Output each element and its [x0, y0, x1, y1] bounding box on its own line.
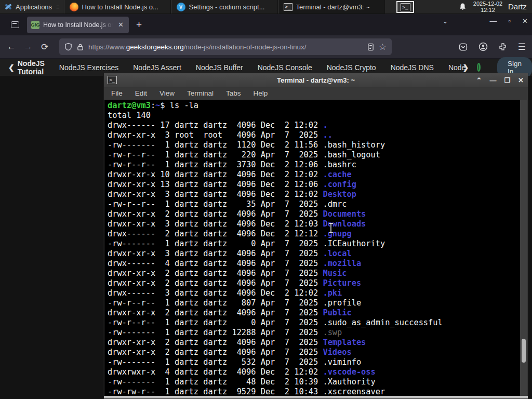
- taskbar-window-firefox[interactable]: How to Install Node.js o...: [64, 0, 171, 14]
- terminal-line: drwxr-xr-x 2 dartz dartz 4096 Apr 7 2025…: [108, 209, 520, 219]
- subnav-link[interactable]: NodeJS Assert: [133, 63, 181, 72]
- terminal-line: drwx------ 17 dartz dartz 4096 Dec 2 12:…: [108, 121, 520, 130]
- terminal-line: drwxr-xr-x 3 dartz dartz 4096 Dec 2 12:0…: [108, 190, 520, 200]
- forward-icon[interactable]: →: [20, 42, 36, 52]
- menu-help[interactable]: Help: [247, 89, 274, 97]
- terminal-line: drwxr-xr-x 2 dartz dartz 4096 Apr 7 2025…: [108, 278, 520, 288]
- rollup-icon[interactable]: ⌃: [476, 76, 482, 84]
- terminal-line: -rw------- 1 dartz dartz 0 Apr 7 2025 .I…: [108, 239, 520, 249]
- menu-icon[interactable]: ☰: [518, 42, 526, 52]
- terminal-line: -rw-r--r-- 1 dartz dartz 807 Apr 7 2025 …: [108, 298, 520, 308]
- terminal-line: drwxr-xr-x 13 dartz dartz 4096 Dec 2 12:…: [108, 180, 520, 190]
- desktop-panel: Applications ≡ How to Install Node.js o.…: [0, 0, 532, 14]
- terminal-icon: >_: [284, 3, 292, 11]
- terminal-line: drwx------ 3 dartz dartz 4096 Dec 2 12:0…: [108, 288, 520, 298]
- tab-title: How to Install Node.js on: [43, 21, 113, 29]
- scrollbar-thumb[interactable]: [522, 339, 526, 363]
- tab-close-icon[interactable]: ✕: [117, 21, 125, 29]
- terminal-output[interactable]: dartz@vm3:~$ ls -latotal 140drwx------ 1…: [104, 100, 520, 396]
- menu-terminal[interactable]: Terminal: [181, 89, 220, 97]
- terminal-line: drwxr-xr-x 2 dartz dartz 4096 Apr 7 2025…: [108, 348, 520, 357]
- terminal-line: drwx------ 4 dartz dartz 4096 Apr 7 2025…: [108, 259, 520, 269]
- browser-tab[interactable]: GfG How to Install Node.js on ✕: [27, 17, 129, 33]
- applications-label: Applications: [16, 3, 52, 11]
- terminal-line: drwxr-xr-x 2 dartz dartz 4096 Apr 7 2025…: [108, 308, 520, 318]
- extensions-icon[interactable]: [499, 43, 507, 51]
- terminal-line: total 140: [108, 111, 520, 121]
- browser-toolbar: ← → ⟳ https://www.geeksforgeeks.org/node…: [0, 35, 532, 59]
- menu-view[interactable]: View: [153, 89, 181, 97]
- back-icon[interactable]: ←: [3, 42, 20, 52]
- list-tabs-chevron-icon[interactable]: ⌄: [443, 17, 448, 25]
- reload-icon[interactable]: ⟳: [36, 42, 53, 52]
- terminal-line: drwxr-xr-x 2 dartz dartz 4096 Apr 7 2025…: [108, 338, 520, 348]
- url-text: https://www.geeksforgeeks.org/node-js/in…: [88, 43, 363, 51]
- taskbar-window-terminal[interactable]: >_ Terminal - dartz@vm3: ~: [278, 0, 385, 14]
- lock-icon[interactable]: [77, 43, 84, 51]
- menu-file[interactable]: File: [104, 89, 129, 97]
- geeksforgeeks-favicon: GfG: [31, 21, 39, 29]
- terminal-line: -rw-r--r-- 1 dartz dartz 3730 Dec 2 12:0…: [108, 160, 520, 170]
- terminal-line: -rw-r--r-- 1 dartz dartz 220 Apr 7 2025 …: [108, 150, 520, 160]
- terminal-line: drwx------ 2 dartz dartz 4096 Dec 2 12:1…: [108, 229, 520, 239]
- applications-menu-button[interactable]: Applications ≡: [0, 0, 64, 14]
- terminal-menubar: File Edit View Terminal Tabs Help: [104, 87, 528, 99]
- terminal-line: -rw------- 1 dartz dartz 1120 Dec 2 11:5…: [108, 140, 520, 150]
- terminal-line: -rw-r--r-- 1 dartz dartz 0 Apr 7 2025 .s…: [108, 318, 520, 328]
- firefox-view-icon[interactable]: [7, 17, 23, 33]
- menu-edit[interactable]: Edit: [129, 89, 153, 97]
- terminal-line: drwxr-xr-x 2 dartz dartz 4096 Apr 7 2025…: [108, 269, 520, 278]
- vscodium-icon: V: [177, 3, 185, 11]
- terminal-title: Terminal - dartz@vm3: ~: [104, 76, 528, 84]
- terminal-line: -rw-rw-r-- 1 dartz dartz 9529 Dec 2 10:4…: [108, 387, 520, 396]
- applications-icon: [4, 3, 12, 11]
- subnav-back-link[interactable]: NodeJS Tutorial: [18, 59, 45, 76]
- panel-user-name[interactable]: Dartz: [508, 2, 527, 11]
- chevron-left-icon[interactable]: ❮: [8, 63, 15, 72]
- terminal-line: drwxr-xr-x 3 root root 4096 Apr 7 2025 .…: [108, 130, 520, 140]
- tray-terminal-icon[interactable]: >_: [396, 1, 414, 13]
- subnav-link[interactable]: NodeJS Crypto: [327, 63, 376, 72]
- search-icon[interactable]: [477, 63, 481, 72]
- terminal-line: -rw-r--r-- 1 dartz dartz 35 Apr 7 2025 .…: [108, 200, 520, 209]
- terminal-bottom-edge: [104, 396, 528, 398]
- terminal-line: drwxr-xr-x 3 dartz dartz 4096 Apr 7 2025…: [108, 249, 520, 259]
- terminal-line: -rw------- 1 dartz dartz 532 Apr 7 2025 …: [108, 357, 520, 367]
- panel-clock[interactable]: 2025-12-02 12:12: [472, 1, 504, 13]
- reader-mode-icon[interactable]: [367, 43, 374, 51]
- menu-lines-icon: ≡: [56, 4, 59, 10]
- terminal-line: drwxr-xr-x 10 dartz dartz 4096 Dec 2 12:…: [108, 170, 520, 180]
- bookmark-star-icon[interactable]: ☆: [379, 42, 387, 52]
- pocket-icon[interactable]: [459, 43, 468, 51]
- subnav-link[interactable]: NodeJS Buffer: [196, 63, 243, 72]
- firefox-icon: [70, 3, 78, 11]
- url-bar[interactable]: https://www.geeksforgeeks.org/node-js/in…: [59, 38, 392, 55]
- window-maximize-button[interactable]: ▫: [508, 17, 511, 25]
- terminal-line: dartz@vm3:~$ ls -la: [108, 101, 520, 111]
- terminal-line: drwxrwxr-x 4 dartz dartz 4096 Dec 2 12:0…: [108, 367, 520, 377]
- terminal-titlebar[interactable]: >_ Terminal - dartz@vm3: ~ ⌃ — ❒ ✕: [104, 73, 528, 87]
- notification-bell-icon[interactable]: [458, 3, 467, 11]
- chevron-right-icon[interactable]: ❯: [462, 63, 469, 72]
- terminal-window: >_ Terminal - dartz@vm3: ~ ⌃ — ❒ ✕ File …: [103, 73, 528, 399]
- maximize-icon[interactable]: ❒: [504, 76, 510, 84]
- menu-tabs[interactable]: Tabs: [220, 89, 247, 97]
- terminal-line: -rw------- 1 dartz dartz 12288 Apr 7 202…: [108, 328, 520, 338]
- close-icon[interactable]: ✕: [518, 76, 524, 84]
- account-icon[interactable]: [478, 42, 488, 51]
- taskbar-window-vscodium[interactable]: V Settings - codium script...: [171, 0, 278, 14]
- minimize-icon[interactable]: —: [489, 76, 496, 84]
- window-close-button[interactable]: ✕: [522, 17, 528, 25]
- terminal-line: drwxr-xr-x 3 dartz dartz 4096 Dec 2 12:0…: [108, 219, 520, 229]
- subnav-link[interactable]: NodeJS Exercises: [59, 63, 118, 72]
- new-tab-button[interactable]: +: [136, 19, 142, 31]
- subnav-link[interactable]: NodeJS Console: [258, 63, 312, 72]
- shield-icon[interactable]: [64, 43, 72, 51]
- window-minimize-button[interactable]: —: [489, 17, 497, 25]
- terminal-line: -rw------- 1 dartz dartz 48 Dec 2 10:39 …: [108, 377, 520, 387]
- subnav-link[interactable]: NodeJS DNS: [391, 63, 434, 72]
- terminal-scrollbar[interactable]: [520, 100, 527, 396]
